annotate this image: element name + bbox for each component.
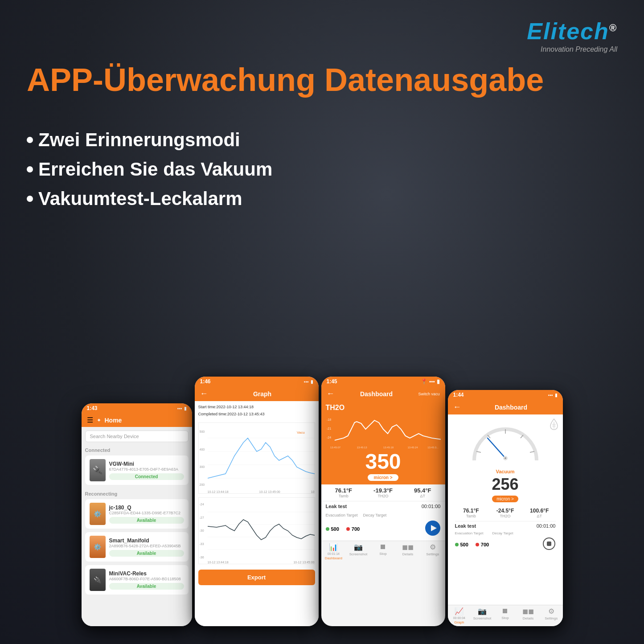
bullet-dot-3 — [27, 196, 33, 202]
device-card-3[interactable]: 🔌 MiniVAC-Reles A6600F7B-806D-F07E-A590-… — [85, 565, 189, 595]
stop-icon-3: ⏹ — [379, 543, 386, 551]
leak-test-time-3: 00:01:00 — [422, 504, 441, 509]
back-icon-3[interactable]: ← — [327, 389, 335, 398]
vacuum-label-4: Vacuum — [451, 469, 559, 474]
bullet-item-1: Zwei Erinnerungsmodi — [27, 129, 272, 151]
settings-icon-3: ⚙ — [430, 543, 436, 551]
svg-line-22 — [488, 438, 505, 458]
nav-timer-4: 00:00:04 — [453, 616, 465, 619]
logo-area: Elitech® Innovation Preceding All — [527, 18, 617, 53]
bullet-item-3: Vakuumtest-Leckalarm — [27, 188, 272, 209]
device-icon-1: ⚙️ — [90, 503, 106, 525]
device-card-0[interactable]: 🔌 VGW-Mini 67DA4776-4013-E705-D4F7-6E9A6… — [85, 455, 189, 485]
device-card-2[interactable]: ⚙️ Smart_Manifold 2A890B76-5428-272A-EFE… — [85, 532, 189, 562]
targets-values-3: 500 700 — [321, 519, 445, 541]
phone1-content: Search Nearby Device Connected 🔌 VGW-Min… — [82, 427, 192, 626]
th2o-section: TH2O -18 -21 -24 13:45:07 13:45:13 13:45… — [321, 401, 445, 484]
stop-button-4[interactable] — [542, 537, 556, 552]
bullet-dot-2 — [27, 166, 33, 172]
device-card-1[interactable]: ⚙️ jc-180_Q C285FFDA-ED44-1335-D99E-E77B… — [85, 499, 189, 529]
vacuum-gauge-svg — [465, 418, 546, 467]
svg-text:13:45:24: 13:45:24 — [407, 446, 418, 449]
nav-stop-4[interactable]: ⏹ Stop — [494, 607, 517, 624]
th2o-lbl-4: TH2O — [489, 514, 521, 518]
nav-graph-4[interactable]: 📈 00:00:04 Graph — [448, 607, 471, 624]
decay-dot-4 — [476, 543, 479, 546]
logo-text: Elitech® — [527, 18, 617, 45]
svg-rect-26 — [547, 541, 551, 546]
phone1-time: 1:43 — [87, 405, 98, 411]
svg-text:13:45:3...: 13:45:3... — [427, 446, 439, 449]
play-button-3[interactable] — [425, 520, 441, 538]
device-icon-3: 🔌 — [90, 569, 106, 591]
y-labels-top: 500 400 300 200 — [200, 423, 205, 493]
screenshot-icon-3: 📷 — [354, 543, 363, 551]
wifi-icon-3: ▪▪▪ — [429, 378, 435, 385]
nav-details-3[interactable]: ◼◼ Details — [395, 543, 420, 560]
section-reconnecting-label: Reconnecting — [85, 491, 189, 496]
micron-button-4[interactable]: micron > — [492, 496, 518, 502]
th2o-val-3: -19.3°F — [365, 487, 401, 494]
phone-2-wrapper: 1:46 ▪▪▪ ▮ ← Graph Start time:2022-10-12… — [195, 377, 319, 626]
nav-screenshot-4[interactable]: 📷 Screenshot — [471, 607, 494, 624]
x-labels-bottom: 10-12 13:44:18 10-12 13:45:00 — [208, 561, 315, 564]
graph-bottom-chart: -24 -27 -30 -33 -36 — [198, 497, 315, 564]
device-status-1: Available — [109, 517, 184, 524]
phone-3: 1:45 📍 ▪▪▪ ▮ ← Dashboard Switch vacu TH2… — [321, 377, 445, 626]
bullet-dot-1 — [27, 137, 33, 143]
device-name-1: jc-180_Q — [109, 505, 184, 511]
phone3-time: 1:45 — [327, 378, 337, 385]
back-icon-2[interactable]: ← — [200, 389, 208, 398]
switch-vac-label[interactable]: Switch vacu — [418, 392, 439, 396]
section-connected-label: Connected — [85, 447, 189, 453]
phone-3-wrapper: 1:45 📍 ▪▪▪ ▮ ← Dashboard Switch vacu TH2… — [321, 377, 445, 626]
th2o-lbl-3: TH2O — [365, 494, 401, 498]
svg-text:Vacu: Vacu — [297, 431, 305, 435]
graph-top-svg: Vacu — [208, 423, 315, 493]
sub-reading-dt-3: 95.4°F ΔT — [405, 487, 441, 498]
back-icon-4[interactable]: ← — [453, 402, 461, 412]
device-id-0: 67DA4776-4013-E705-D4F7-6E9A63A — [109, 467, 184, 472]
wifi-icon: ▪▪▪ — [177, 406, 182, 411]
decay-dot-3 — [346, 527, 350, 531]
device-info-0: VGW-Mini 67DA4776-4013-E705-D4F7-6E9A63A… — [109, 461, 184, 480]
nav-dashboard-3[interactable]: 📊 00:01:14 Dashboard — [321, 543, 346, 560]
th2o-label: TH2O — [326, 404, 441, 412]
nav-stop-3[interactable]: ⏹ Stop — [371, 543, 396, 560]
phone3-bottom-nav: 📊 00:01:14 Dashboard 📷 Screenshot ⏹ Stop… — [321, 541, 445, 562]
svg-text:13:45:07: 13:45:07 — [330, 446, 340, 449]
phone1-nav-title: Home — [105, 417, 122, 424]
phone1-status-icons: ▪▪▪ ▮ — [177, 406, 187, 411]
battery-icon: ▮ — [184, 406, 187, 411]
evac-dot-3 — [326, 527, 329, 531]
phone4-status-bar: 1:44 ▪▪▪ ▮ — [448, 390, 563, 400]
phone2-nav: ← Graph — [195, 386, 319, 401]
hamburger-icon[interactable]: ☰ — [87, 416, 93, 424]
phone2-status-icons: ▪▪▪ ▮ — [304, 379, 313, 384]
micron-button-3[interactable]: micron > — [368, 474, 399, 481]
phone4-nav: ← Dashboard — [448, 400, 563, 414]
tamb-lbl-3: Tamb — [326, 494, 362, 498]
nav-details-4[interactable]: ◼◼ Details — [517, 607, 540, 624]
phone-1: 1:43 ▪▪▪ ▮ ☰ ✦ Home Search Nearby Device… — [82, 403, 192, 626]
nav-settings-3[interactable]: ⚙ Settings — [420, 543, 445, 560]
wifi-icon-4: ▪▪▪ — [548, 393, 553, 398]
phone4-bottom-nav: 📈 00:00:04 Graph 📷 Screenshot ⏹ Stop ◼◼ … — [448, 605, 563, 626]
main-heading: APP-Überwachung Datenausgabe — [27, 62, 617, 98]
graph-bottom-svg — [208, 498, 315, 564]
sub-reading-tamb-3: 76.1°F Tamb — [326, 487, 362, 498]
export-button[interactable]: Export — [198, 570, 315, 585]
device-info-1: jc-180_Q C285FFDA-ED44-1335-D99E-E77B7C2… — [109, 505, 184, 524]
phone-2: 1:46 ▪▪▪ ▮ ← Graph Start time:2022-10-12… — [195, 377, 319, 626]
graph-end-time: Completed time:2022-10-12 13:45:43 — [198, 412, 315, 416]
search-bar[interactable]: Search Nearby Device — [85, 431, 189, 442]
phone3-nav: ← Dashboard Switch vacu — [321, 386, 445, 401]
phone4-time: 1:44 — [453, 392, 464, 398]
nav-settings-4[interactable]: ⚙ Settings — [540, 607, 563, 624]
device-status-0: Connected — [109, 473, 184, 480]
svg-text:-18: -18 — [326, 418, 331, 421]
svg-text:13:45:18: 13:45:18 — [383, 446, 394, 449]
device-status-2: Available — [109, 550, 184, 557]
svg-text:-24: -24 — [326, 436, 331, 439]
nav-screenshot-3[interactable]: 📷 Screenshot — [346, 543, 371, 560]
